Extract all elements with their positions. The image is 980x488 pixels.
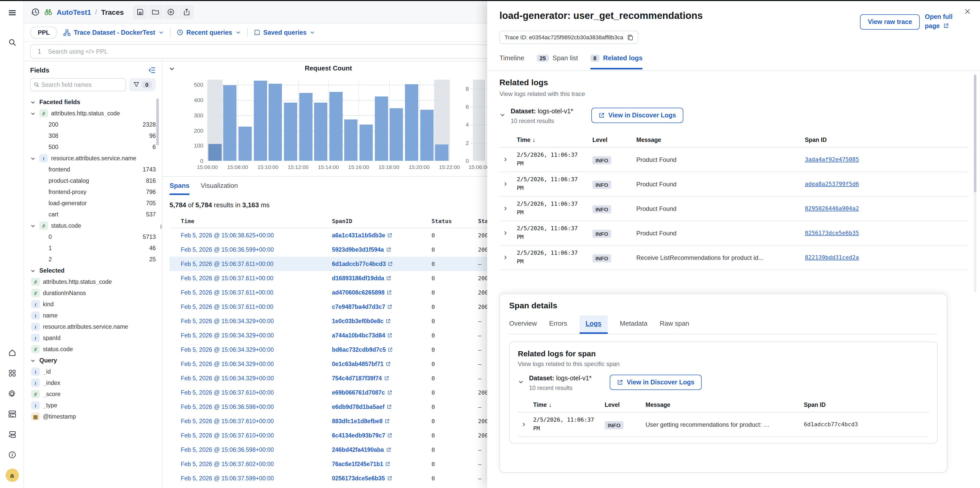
flyout-tab[interactable]: 8 Related logs [590,54,643,70]
field-list-item[interactable]: Query [30,355,156,366]
span-id-link[interactable]: 6c4134edb93b79c7 [332,432,431,439]
results-tab[interactable]: Spans [170,182,189,195]
log-row[interactable]: 2/5/2026, 11:06:37PM INFO Product Found … [500,221,968,246]
span-time-link[interactable]: Feb 5, 2026 @ 15:06:37.611+00:00 [181,261,332,267]
span-time-link[interactable]: Feb 5, 2026 @ 15:06:36.599+00:00 [181,246,332,253]
field-list-item[interactable]: t _id [30,366,156,377]
field-list-item[interactable]: load-generator 705 [30,197,156,209]
trace-id-pill[interactable]: Trace ID: e0354ac725f9892cb30a3838aff8b3… [500,31,639,44]
field-filter-button[interactable]: 0 [129,78,156,91]
field-list-item[interactable]: cart 537 [30,209,156,220]
history-clock-icon[interactable] [31,8,40,16]
flyout-tab[interactable]: Timeline [500,54,524,70]
col-time[interactable]: Time↓ [517,137,592,143]
field-list-item[interactable]: frontend 1743 [30,164,156,175]
col-time[interactable]: Time [181,218,332,225]
span-time-link[interactable]: Feb 5, 2026 @ 15:06:37.611+00:00 [181,289,332,296]
field-list-item[interactable]: # status.code [30,220,156,231]
open-folder-button[interactable] [148,5,164,19]
span-time-link[interactable]: Feb 5, 2026 @ 15:06:34.329+00:00 [181,318,332,324]
field-list-item[interactable]: 1 46 [30,242,156,254]
field-list-item[interactable]: 2 25 [30,254,156,265]
span-id-link[interactable]: 0256173dce5e6b35 [332,475,431,482]
settings-gear-icon[interactable] [0,385,24,402]
span-id-link[interactable]: a744a10b4bc73d84 [332,332,431,339]
span-id-link[interactable]: 883dfc1e1d8efbe8 [332,418,431,424]
dataset-selector[interactable]: Trace Dataset - DockerTest [64,29,164,36]
apps-icon[interactable] [0,364,24,382]
span-time-link[interactable]: Feb 5, 2026 @ 15:06:38.625+00:00 [181,232,332,238]
col-message[interactable]: Message [646,402,804,408]
field-list-item[interactable]: t _type [30,400,156,411]
field-list-item[interactable]: Faceted fields [30,97,156,108]
span-time-link[interactable]: Feb 5, 2026 @ 15:06:37.610+00:00 [181,418,332,424]
col-message[interactable]: Message [636,137,805,143]
span-id-link[interactable]: 0e1c63ab4857bf71 [332,361,431,367]
log-row[interactable]: 2/5/2026, 11:06:37PM INFO Product Found … [500,197,968,221]
span-id-link[interactable]: 1e0c03b3ef0b0e8c [332,318,431,324]
info-icon[interactable] [0,446,24,464]
span-id-link[interactable]: 246bd42fa4190aba [332,447,431,453]
span-time-link[interactable]: Feb 5, 2026 @ 15:06:34.329+00:00 [181,347,332,353]
panel-resize-handle[interactable]: ‖ [160,224,163,230]
log-row[interactable]: 2/5/2026, 11:06:37PM INFO Product Found … [500,172,968,197]
field-list-item[interactable]: Selected [30,265,156,276]
log-span-id-link[interactable]: 822139bdd31ced2a [805,254,968,261]
accordion-chevron-icon[interactable] [500,112,506,118]
field-list-item[interactable]: t _index [30,377,156,388]
field-list-item[interactable]: # status.code [30,343,156,355]
span-time-link[interactable]: Feb 5, 2026 @ 15:06:37.610+00:00 [181,432,332,439]
span-id-link[interactable]: c7e9487ba4d7d3c7 [332,304,431,310]
collapse-panel-icon[interactable] [148,66,156,74]
span-id-link[interactable]: ad470608c6265898 [332,289,431,296]
span-time-link[interactable]: Feb 5, 2026 @ 15:06:37.599+00:00 [181,475,332,482]
breadcrumb-app-link[interactable]: AutoTest1 [57,8,91,16]
span-id-link[interactable]: 6d1adccb77c4bcd3 [332,261,431,267]
col-level[interactable]: Level [592,137,636,143]
span-time-link[interactable]: Feb 5, 2026 @ 15:06:36.598+00:00 [181,404,332,410]
col-status[interactable]: Status [431,218,478,225]
log-row[interactable]: 2/5/2026, 11:06:37PM INFO Receive ListRe… [500,246,968,270]
add-data-icon[interactable] [0,426,24,443]
log-span-id-link[interactable]: adea8a253799f5d6 [805,181,968,188]
span-details-tab[interactable]: Logs [579,315,608,334]
span-id-link[interactable]: 76ac6e1f245e71b1 [332,461,431,467]
request-count-plot[interactable]: 0100200300400500 [207,79,449,161]
span-id-link[interactable]: d16893186df19dda [332,275,431,281]
flyout-scrollbar-thumb[interactable] [974,75,977,192]
log-row[interactable]: 2/5/2026, 11:06:37PM INFO Product Found … [500,148,968,172]
expand-chevron-icon[interactable] [518,422,533,427]
span-details-tab[interactable]: Raw span [660,315,689,334]
span-id-link[interactable]: e6db9d78d1ba5aef [332,404,431,410]
menu-icon[interactable] [0,4,24,21]
user-avatar[interactable]: a [0,467,24,484]
span-id-link[interactable]: a6a1c431a1b5db3e [332,232,431,238]
col-time[interactable]: Time↓ [533,402,605,408]
field-search-box[interactable] [30,78,126,91]
col-spanid[interactable]: SpanID [332,218,431,225]
field-list-item[interactable]: 500 6 [30,141,156,153]
recent-queries-menu[interactable]: Recent queries [177,29,241,36]
span-time-link[interactable]: Feb 5, 2026 @ 15:06:37.611+00:00 [181,275,332,281]
expand-chevron-icon[interactable] [500,255,517,260]
field-list-item[interactable]: # _score [30,388,156,400]
span-time-link[interactable]: Feb 5, 2026 @ 15:06:36.598+00:00 [181,447,332,453]
field-list-item[interactable]: t name [30,310,156,321]
copy-icon[interactable] [627,34,633,40]
span-time-link[interactable]: Feb 5, 2026 @ 15:06:34.329+00:00 [181,375,332,381]
home-icon[interactable] [0,344,24,361]
span-id-link[interactable]: 754c4d7187f39f74 [332,375,431,381]
fields-scrollbar-thumb[interactable] [156,99,159,145]
query-language-selector[interactable]: PPL [30,26,57,38]
span-time-link[interactable]: Feb 5, 2026 @ 15:06:37.602+00:00 [181,461,332,467]
field-list-item[interactable]: frontend-proxy 796 [30,186,156,197]
search-icon[interactable] [0,34,24,51]
flyout-tab[interactable]: 25 Span list [536,54,578,70]
field-list-item[interactable]: # durationInNanos [30,288,156,299]
col-span-id[interactable]: Span ID [804,402,929,408]
log-span-id-link[interactable]: 0295026446a904a2 [805,205,968,212]
field-list-item[interactable]: ▦ @timestamp [30,411,156,422]
field-list-item[interactable]: 0 5713 [30,231,156,242]
span-time-link[interactable]: Feb 5, 2026 @ 15:06:34.329+00:00 [181,332,332,339]
span-id-link[interactable]: 5923d9be3d1f594a [332,246,431,253]
